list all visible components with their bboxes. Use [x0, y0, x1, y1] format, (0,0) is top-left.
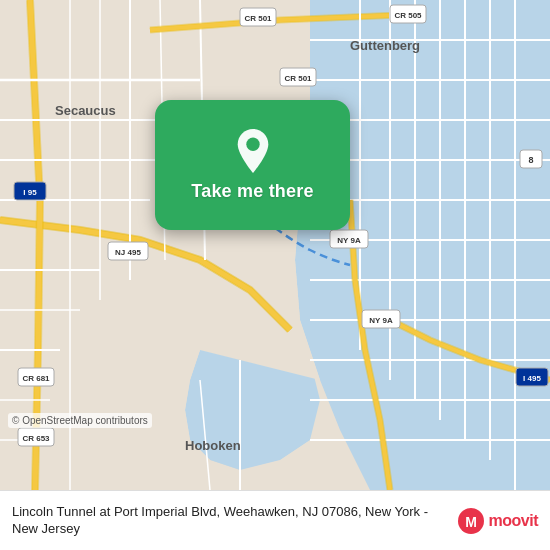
svg-text:CR 505: CR 505: [394, 11, 422, 20]
svg-text:NJ 495: NJ 495: [115, 248, 141, 257]
svg-text:CR 653: CR 653: [22, 434, 50, 443]
svg-text:M: M: [465, 514, 477, 530]
moovit-logo: M moovit: [457, 507, 538, 535]
moovit-icon: M: [457, 507, 485, 535]
svg-text:I 495: I 495: [523, 374, 541, 383]
svg-text:CR 501: CR 501: [244, 14, 272, 23]
marker-button-area[interactable]: Take me there: [155, 100, 350, 230]
location-pin-icon: [234, 129, 272, 173]
address-label: Lincoln Tunnel at Port Imperial Blvd, We…: [12, 504, 447, 538]
take-me-there-button[interactable]: Take me there: [191, 181, 313, 202]
svg-text:CR 681: CR 681: [22, 374, 50, 383]
bottom-bar: Lincoln Tunnel at Port Imperial Blvd, We…: [0, 490, 550, 550]
svg-text:Secaucus: Secaucus: [55, 103, 116, 118]
svg-text:I 95: I 95: [23, 188, 37, 197]
svg-text:CR 501: CR 501: [284, 74, 312, 83]
svg-text:NY 9A: NY 9A: [369, 316, 393, 325]
svg-text:8: 8: [528, 155, 533, 165]
svg-text:Hoboken: Hoboken: [185, 438, 241, 453]
moovit-brand-label: moovit: [489, 512, 538, 530]
map-container: CR 501 CR 505 CR 501 NJ 495 I 95 NY 9A N…: [0, 0, 550, 490]
copyright-notice: © OpenStreetMap contributors: [8, 413, 152, 428]
svg-point-63: [246, 137, 259, 150]
svg-text:Guttenberg: Guttenberg: [350, 38, 420, 53]
svg-text:NY 9A: NY 9A: [337, 236, 361, 245]
marker-panel[interactable]: Take me there: [155, 100, 350, 230]
